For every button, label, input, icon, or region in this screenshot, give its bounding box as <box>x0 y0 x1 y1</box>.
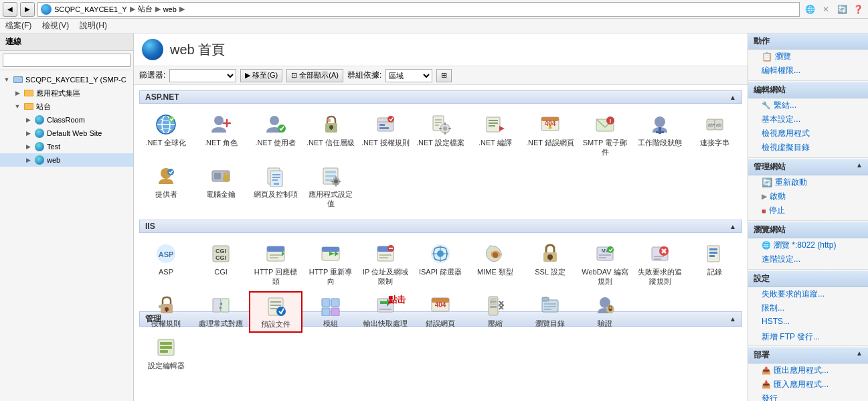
action-browse[interactable]: 📋 瀏覽 <box>748 50 868 64</box>
icon-pages[interactable]: 網頁及控制項 <box>249 162 302 212</box>
icon-workproc[interactable]: 工作階段狀態 <box>633 110 687 161</box>
icon-urlrewrite[interactable]: 處理常式對應 <box>194 291 248 333</box>
icon-aspnet-global[interactable]: .NET 全球化 <box>139 110 193 161</box>
viewvdirs-label: 檢視虛擬目錄 <box>762 142 810 153</box>
refresh-icon[interactable]: 🌐 <box>802 2 817 17</box>
action-restart[interactable]: 🔄 重新啟動 <box>748 175 868 189</box>
sites-label: 站台 <box>36 102 51 112</box>
forward-button[interactable]: ▶ <box>20 2 35 17</box>
breadcrumb-arrow1: ▶ <box>130 5 135 13</box>
menu-help[interactable]: 說明(H) <box>80 20 107 31</box>
icon-ssl[interactable]: SSL 設定 <box>523 240 577 290</box>
action-limits[interactable]: 限制... <box>748 301 868 315</box>
icon-isapi[interactable]: ISAPI 篩選器 <box>414 240 467 290</box>
view-button[interactable]: ⊞ <box>436 69 452 82</box>
icon-aspnet-config[interactable]: .NET 設定檔案 <box>414 110 467 161</box>
tree-test[interactable]: ▶ Test <box>0 140 133 153</box>
icon-connstring[interactable]: ab ab 連接字串 <box>688 110 742 161</box>
refresh-btn-icon[interactable]: 🔄 <box>835 2 849 17</box>
icon-output[interactable]: 輸出快取處理 <box>359 291 412 333</box>
svg-rect-94 <box>549 257 551 260</box>
icon-provider[interactable]: 提供者 <box>139 162 193 212</box>
icon-aspnet-user[interactable]: .NET 使用者 <box>249 110 302 161</box>
showall-button[interactable]: ⊡ 全部顯示(A) <box>286 69 343 82</box>
icon-log[interactable]: 記錄 <box>688 240 742 290</box>
svg-text:!: ! <box>610 118 612 125</box>
action-advancedsettings[interactable]: 進階設定... <box>748 252 868 266</box>
action-export[interactable]: 📤 匯出應用程式... <box>748 364 868 378</box>
icon-smtp[interactable]: ! SMTP 電子郵件 <box>578 110 632 161</box>
breadcrumb-item3: web <box>163 5 177 13</box>
icon-http-redirect[interactable]: HTTP 重新導向 <box>304 240 357 290</box>
tree-apppools[interactable]: ▶ 應用程式集區 <box>0 86 133 100</box>
filter-select[interactable] <box>169 69 236 82</box>
tree-server[interactable]: ▼ SCQPC_KAYCEE1_Y (SMP-C <box>0 73 133 86</box>
action-failtrace[interactable]: 失敗要求的追蹤... <box>748 287 868 301</box>
action-stop[interactable]: ■ 停止 <box>748 204 868 218</box>
group-select[interactable]: 區域 <box>385 69 432 82</box>
action-viewapps[interactable]: 檢視應用程式 <box>748 127 868 141</box>
action-import[interactable]: 📥 匯入應用程式... <box>748 378 868 392</box>
icon-aspnet-trust[interactable]: .NET 信任層級 <box>304 110 357 161</box>
icon-webdav[interactable]: MV WebDAV 編寫規則 <box>578 240 632 290</box>
icon-aspnet-compile[interactable]: .NET 編譯 <box>468 110 522 161</box>
iis-collapse-icon[interactable]: ▲ <box>729 223 736 230</box>
help-icon[interactable]: ❓ <box>851 2 865 17</box>
icon-confeditor[interactable]: 設定編輯器 <box>139 333 193 374</box>
action-basicsettings[interactable]: 基本設定... <box>748 112 868 127</box>
action-start[interactable]: ▶ 啟動 <box>748 189 868 204</box>
action-publish[interactable]: 發行 <box>748 392 868 401</box>
ssl-label: SSL 設定 <box>535 267 565 276</box>
connection-search[interactable] <box>3 54 131 67</box>
icon-auth[interactable]: 驗證 <box>578 291 632 333</box>
icon-modules[interactable]: 模組 <box>304 291 357 333</box>
tree-classroom[interactable]: ▶ ClassRoom <box>0 113 133 127</box>
icon-authrules[interactable]: 授權規則 <box>139 291 193 333</box>
stop-icon[interactable]: ✕ <box>818 2 833 17</box>
action-hsts[interactable]: HSTS... <box>748 315 868 327</box>
goto-button[interactable]: ▶ 移至(G) <box>240 69 282 82</box>
icon-defaultdoc[interactable]: 預設文件 <box>249 291 302 333</box>
auth-label: 驗證 <box>598 319 612 328</box>
icon-failrequest[interactable]: 失敗要求的追蹤規則 <box>633 240 687 290</box>
icon-browsedir[interactable]: 瀏覽目錄 <box>523 291 577 333</box>
icon-mime[interactable]: MIME 類型 <box>468 240 522 290</box>
icon-aspnet-role[interactable]: .NET 角色 <box>194 110 248 161</box>
deploy-collapse[interactable]: ▲ <box>856 349 863 361</box>
svg-text:ab: ab <box>716 123 721 127</box>
aspnet-collapse-icon[interactable]: ▲ <box>729 94 736 101</box>
icon-cgi[interactable]: CGI CGI CGI <box>194 240 248 290</box>
icon-appconfig[interactable]: 應用程式設定值 <box>304 162 357 212</box>
icon-asp[interactable]: ASP ASP <box>139 240 193 290</box>
back-button[interactable]: ◀ <box>3 2 17 17</box>
icon-aspnet-error[interactable]: 404 ! .NET 錯誤網頁 <box>523 110 577 161</box>
tree-web[interactable]: ▶ web <box>0 153 133 167</box>
icon-machinekey[interactable]: 電腦金鑰 <box>194 162 248 212</box>
divider1 <box>748 80 868 81</box>
manageweb-collapse[interactable]: ▲ <box>856 161 863 173</box>
start-icon: ▶ <box>762 192 767 201</box>
action-editperm[interactable]: 編輯權限... <box>748 64 868 78</box>
export-icon: 📤 <box>762 366 771 375</box>
tree-defaultwebsite[interactable]: ▶ Default Web Site <box>0 127 133 140</box>
action-viewvdirs[interactable]: 檢視虛擬目錄 <box>748 141 868 155</box>
menu-view[interactable]: 檢視(V) <box>42 20 69 31</box>
aspnet-global-label: .NET 全球化 <box>146 138 187 147</box>
action-addftpbinding[interactable]: 新增 FTP 發行... <box>748 330 868 344</box>
defaultwebsite-label: Default Web Site <box>47 129 102 137</box>
icon-http-response[interactable]: HTTP 回應標頭 <box>249 240 302 290</box>
svg-point-145 <box>609 309 612 311</box>
ssl-img <box>539 243 561 264</box>
icon-ip-restrict[interactable]: IP 位址及網域限制 <box>359 240 412 290</box>
icon-errorpages[interactable]: 404 錯誤網頁 <box>414 291 467 333</box>
expand-sites-icon: ▼ <box>13 102 21 110</box>
action-browse8022[interactable]: 🌐 瀏覽 *:8022 (http) <box>748 238 868 252</box>
icon-compress[interactable]: 壓縮 <box>468 291 522 333</box>
mgmt-collapse-icon[interactable]: ▲ <box>729 315 736 323</box>
confeditor-img <box>155 337 177 358</box>
classroom-label: ClassRoom <box>47 116 85 124</box>
menu-file[interactable]: 檔案(F) <box>5 20 31 31</box>
icon-aspnet-auth[interactable]: .NET 授權規則 <box>359 110 412 161</box>
tree-sites[interactable]: ▼ 站台 <box>0 100 133 113</box>
action-bindings[interactable]: 🔧 繫結... <box>748 98 868 112</box>
